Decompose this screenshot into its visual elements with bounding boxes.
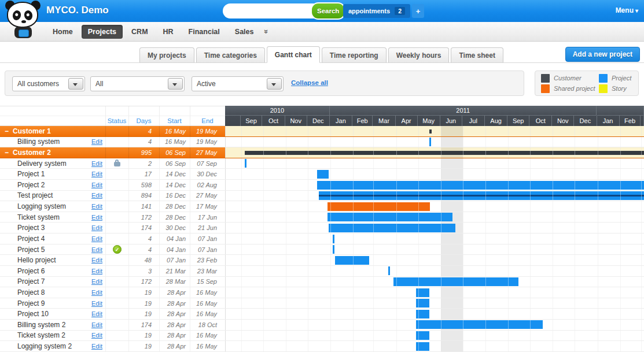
gantt-bar-ticket-system[interactable] xyxy=(327,213,452,221)
edit-link[interactable]: Edit xyxy=(91,310,102,317)
edit-link[interactable]: Edit xyxy=(91,181,102,188)
appointments-tab[interactable]: appointments 2 + xyxy=(343,4,424,18)
gantt-bar-project-5[interactable] xyxy=(333,245,335,254)
nav-overflow-icon[interactable]: » xyxy=(263,29,271,34)
collapse-icon[interactable]: − xyxy=(5,127,9,135)
table-row-project-10: Project 10Edit1928 Apr16 May xyxy=(0,309,644,320)
gantt-bar-project-1[interactable] xyxy=(317,170,329,179)
table-row-project-8: Project 8Edit1928 Apr16 May xyxy=(0,287,644,298)
gantt-chart: StatusDaysStartEnd 20102011SepOctNovDecJ… xyxy=(0,106,644,352)
current-month-highlight xyxy=(441,298,463,309)
nav-item-sales[interactable]: Sales xyxy=(229,25,260,39)
tab-weekly-hours[interactable]: Weekly hours xyxy=(388,47,450,62)
timeline-header: 20102011SepOctNovDecJanFebMarAprMayJunJu… xyxy=(225,106,644,126)
tab-time-sheet[interactable]: Time sheet xyxy=(451,47,503,62)
project-name: Ticket system xyxy=(17,213,60,221)
edit-link[interactable]: Edit xyxy=(91,235,102,242)
edit-link[interactable]: Edit xyxy=(91,214,102,221)
end-date: 07 Jan xyxy=(190,234,225,244)
gantt-bar-project-3[interactable] xyxy=(329,224,455,232)
collapse-icon[interactable]: − xyxy=(5,149,9,157)
app-title: MYCO. Demo xyxy=(46,5,109,16)
current-month-highlight xyxy=(441,137,463,147)
gantt-bar-logging-system[interactable] xyxy=(327,202,430,211)
days-value: 17 xyxy=(128,169,159,179)
table-row-project-1: Project 1Edit1714 Dec30 Dec xyxy=(0,169,644,180)
edit-link[interactable]: Edit xyxy=(91,192,102,199)
search-button[interactable]: Search xyxy=(311,2,345,20)
edit-link[interactable]: Edit xyxy=(91,321,102,328)
tab-my-projects[interactable]: My projects xyxy=(139,47,194,62)
edit-link[interactable]: Edit xyxy=(91,203,102,210)
start-date: 06 Sep xyxy=(159,158,190,169)
end-date: 16 May xyxy=(190,341,225,351)
edit-link[interactable]: Edit xyxy=(91,246,102,253)
days-value: 4 xyxy=(128,126,159,136)
edit-link[interactable]: Edit xyxy=(91,278,102,285)
days-value: 995 xyxy=(128,147,159,158)
gantt-bar-customer-2[interactable] xyxy=(245,151,644,155)
gantt-bar-project-2[interactable] xyxy=(317,181,644,190)
gantt-bar-test-project[interactable] xyxy=(319,191,644,200)
gantt-bar-project-7[interactable] xyxy=(393,277,518,286)
table-row-ticket-system-2: Ticket system 2Edit1928 Apr16 May xyxy=(0,331,644,342)
current-month-highlight xyxy=(441,169,463,179)
edit-link[interactable]: Edit xyxy=(91,300,102,307)
legend: CustomerProjectShared projectStory xyxy=(535,71,639,96)
edit-link[interactable]: Edit xyxy=(91,332,102,339)
edit-link[interactable]: Edit xyxy=(91,268,102,275)
column-header-end: End xyxy=(190,116,225,126)
days-value: 4 xyxy=(128,137,159,147)
edit-link[interactable]: Edit xyxy=(91,257,102,264)
legend-swatch-project-icon xyxy=(599,74,608,83)
menu-button[interactable]: Menu▾ xyxy=(616,6,638,14)
gantt-bar-customer-1[interactable] xyxy=(429,129,432,134)
end-date: 16 May xyxy=(190,287,225,298)
gantt-bar-delivery-system[interactable] xyxy=(245,159,246,168)
tab-time-reporting[interactable]: Time reporting xyxy=(322,47,387,62)
gantt-bar-billing-system[interactable] xyxy=(429,138,432,146)
edit-link[interactable]: Edit xyxy=(91,138,102,145)
filter-select-all[interactable]: All xyxy=(90,76,185,91)
customer-name: Customer 2 xyxy=(13,149,51,157)
gantt-bar-hello-project[interactable] xyxy=(335,256,369,265)
gantt-bar-billing-system-2[interactable] xyxy=(416,320,543,329)
edit-link[interactable]: Edit xyxy=(91,160,102,167)
add-new-project-button[interactable]: Add a new project xyxy=(565,47,640,62)
table-row-project-3: Project 3Edit17430 Dec21 Jun xyxy=(0,223,644,234)
nav-item-crm[interactable]: CRM xyxy=(125,25,154,39)
column-header-days: Days xyxy=(128,116,159,126)
edit-link[interactable]: Edit xyxy=(91,289,102,296)
dropdown-arrow-icon[interactable] xyxy=(68,78,83,90)
gantt-bar-project-6[interactable] xyxy=(388,266,390,275)
gantt-bar-project-4[interactable] xyxy=(333,235,335,243)
tab-gantt-chart[interactable]: Gantt chart xyxy=(267,46,320,63)
add-tab-button[interactable]: + xyxy=(412,4,424,18)
filter-select-active[interactable]: Active xyxy=(192,76,284,91)
tab-time-categories[interactable]: Time categories xyxy=(196,47,265,62)
start-date: 04 Jan xyxy=(159,244,190,255)
nav-item-hr[interactable]: HR xyxy=(157,25,180,39)
dropdown-arrow-icon[interactable] xyxy=(267,78,282,90)
project-name: Billing system 2 xyxy=(17,321,65,329)
nav-item-home[interactable]: Home xyxy=(46,25,79,39)
collapse-all-link[interactable]: Collapse all xyxy=(291,79,328,86)
dropdown-arrow-icon[interactable] xyxy=(168,78,183,90)
edit-link[interactable]: Edit xyxy=(91,224,102,231)
filter-select-all-customers[interactable]: All customers xyxy=(12,76,85,91)
table-row-delivery-system: Delivery systemEdit206 Sep07 Sep xyxy=(0,158,644,169)
status-check-icon: ✓ xyxy=(113,245,122,254)
end-date: 16 May xyxy=(190,298,225,309)
edit-link[interactable]: Edit xyxy=(91,343,102,350)
nav-item-financial[interactable]: Financial xyxy=(182,25,226,39)
nav-item-projects[interactable]: Projects xyxy=(82,25,123,39)
panda-logo[interactable] xyxy=(5,1,42,40)
table-row-ticket-system: Ticket systemEdit17228 Dec17 Jun xyxy=(0,212,644,223)
days-value: 19 xyxy=(128,331,159,341)
start-date: 28 Apr xyxy=(159,309,190,319)
start-date: 16 Dec xyxy=(159,191,190,201)
search-input[interactable] xyxy=(223,3,314,18)
edit-link[interactable]: Edit xyxy=(91,171,102,177)
days-value: 48 xyxy=(128,255,159,265)
end-date: 27 May xyxy=(190,147,225,158)
